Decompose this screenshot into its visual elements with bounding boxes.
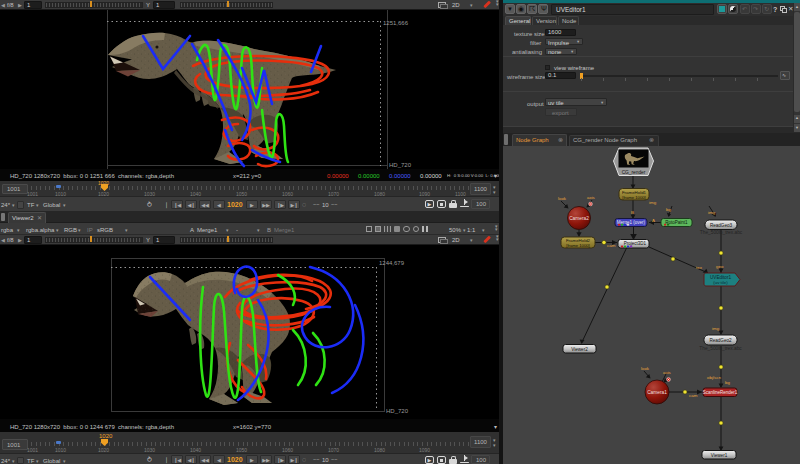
svg-text:bg: bg: [725, 380, 730, 385]
svg-text:bg: bg: [666, 207, 671, 212]
svg-text:The_500lb_trex.abc: The_500lb_trex.abc: [699, 346, 742, 351]
svg-text:ReadGeo3: ReadGeo3: [710, 223, 733, 228]
svg-text:look: look: [641, 366, 650, 371]
svg-text:cam: cam: [607, 243, 616, 248]
svg-text:img: img: [712, 326, 720, 331]
svg-text:Project3D1: Project3D1: [624, 241, 647, 246]
svg-text:img: img: [708, 210, 716, 215]
svg-text:Camera1: Camera1: [647, 390, 667, 395]
svg-text:axis: axis: [663, 370, 672, 375]
svg-text:[frame 1000]: [frame 1000]: [622, 195, 646, 200]
svg-text:A: A: [652, 218, 655, 223]
svg-text:Camera2: Camera2: [569, 216, 589, 221]
svg-text:[frame 1000]: [frame 1000]: [566, 243, 590, 248]
svg-text:Viewer1: Viewer1: [711, 453, 728, 458]
svg-text:CG_render: CG_render: [622, 170, 646, 175]
svg-text:look: look: [558, 196, 567, 201]
svg-text:cam: cam: [689, 393, 698, 398]
svg-text:axis: axis: [587, 195, 596, 200]
svg-text:tex: tex: [696, 265, 703, 270]
svg-text:(uv tile): (uv tile): [713, 280, 728, 285]
svg-text:obj/scn: obj/scn: [707, 375, 721, 380]
svg-text:img: img: [649, 200, 657, 205]
svg-text:The_500lb_trex.abc: The_500lb_trex.abc: [700, 230, 743, 235]
svg-text:ReadGeo2: ReadGeo2: [709, 338, 732, 343]
svg-text:geo: geo: [716, 264, 724, 269]
svg-text:B: B: [631, 210, 634, 215]
svg-text:ScanlineRender1: ScanlineRender1: [703, 390, 738, 395]
svg-text:Viewer2: Viewer2: [571, 347, 588, 352]
